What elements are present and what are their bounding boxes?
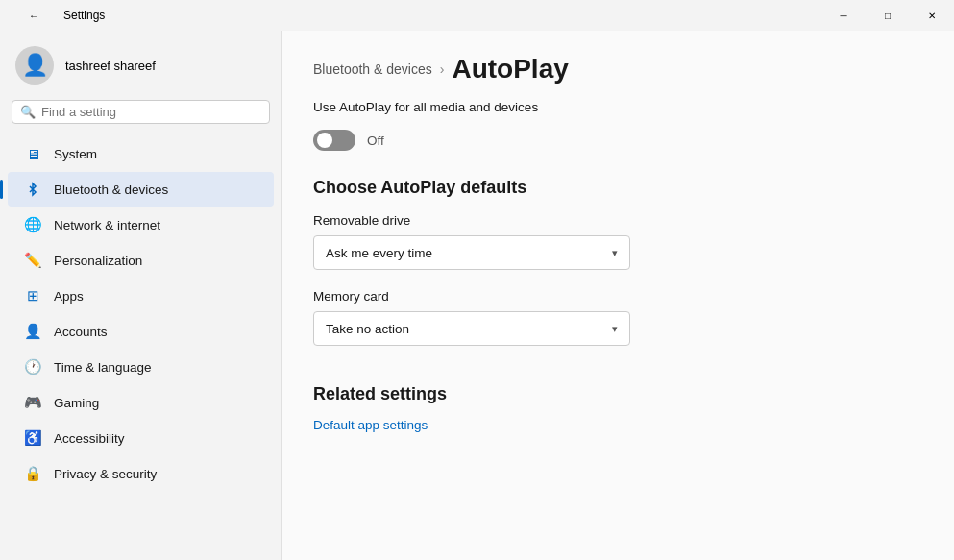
default-app-settings-link[interactable]: Default app settings (313, 418, 428, 432)
removable-drive-section: Removable drive Ask me every time ▾ (313, 213, 923, 270)
apps-icon: ⊞ (23, 286, 42, 305)
sidebar-item-label: System (54, 147, 97, 161)
nav-list: 🖥 System Bluetooth & devices 🌐 Network &… (0, 132, 281, 496)
accounts-icon: 👤 (23, 322, 42, 341)
autoplay-toggle-row: Use AutoPlay for all media and devices (313, 100, 923, 114)
username: tashreef shareef (65, 59, 156, 73)
system-icon: 🖥 (23, 144, 42, 163)
sidebar: 👤 tashreef shareef 🔍 🖥 System (0, 31, 282, 560)
titlebar-left: ← Settings (12, 0, 105, 31)
time-icon: 🕐 (23, 357, 42, 377)
page-title: AutoPlay (452, 54, 568, 85)
window-controls: ─ □ ✕ (821, 0, 954, 31)
maximize-icon: □ (885, 11, 891, 21)
sidebar-item-accessibility[interactable]: ♿ Accessibility (8, 421, 274, 455)
removable-drive-dropdown[interactable]: Ask me every time ▾ (313, 235, 630, 270)
sidebar-item-label: Accessibility (54, 431, 125, 446)
autoplay-defaults-section: Choose AutoPlay defaults (313, 178, 923, 198)
memory-card-dropdown[interactable]: Take no action ▾ (313, 311, 630, 346)
sidebar-item-gaming[interactable]: 🎮 Gaming (8, 385, 274, 420)
sidebar-item-apps[interactable]: ⊞ Apps (8, 279, 274, 313)
network-icon: 🌐 (23, 215, 42, 234)
sidebar-item-label: Privacy & security (54, 467, 157, 481)
sidebar-item-label: Bluetooth & devices (54, 183, 168, 197)
autoplay-toggle[interactable] (313, 130, 355, 151)
avatar-icon: 👤 (22, 53, 48, 78)
search-input[interactable] (41, 105, 261, 119)
sidebar-item-time[interactable]: 🕐 Time & language (8, 350, 274, 384)
user-section[interactable]: 👤 tashreef shareef (0, 31, 281, 96)
breadcrumb: Bluetooth & devices › AutoPlay (313, 54, 923, 85)
memory-card-value: Take no action (326, 322, 409, 336)
personalization-icon: ✏️ (23, 251, 42, 270)
app-title: Settings (63, 9, 105, 22)
bluetooth-icon (23, 180, 42, 199)
toggle-thumb (317, 133, 332, 148)
avatar: 👤 (15, 46, 54, 85)
memory-card-chevron-icon: ▾ (612, 323, 618, 335)
memory-card-label: Memory card (313, 289, 923, 304)
gaming-icon: 🎮 (23, 393, 42, 412)
removable-drive-value: Ask me every time (326, 246, 432, 260)
maximize-button[interactable]: □ (866, 0, 910, 31)
memory-card-section: Memory card Take no action ▾ (313, 289, 923, 346)
close-icon: ✕ (928, 11, 936, 21)
app-body: 👤 tashreef shareef 🔍 🖥 System (0, 31, 954, 560)
content-area: Bluetooth & devices › AutoPlay Use AutoP… (282, 31, 954, 560)
sidebar-item-label: Time & language (54, 360, 152, 375)
minimize-button[interactable]: ─ (821, 0, 866, 31)
sidebar-item-privacy[interactable]: 🔒 Privacy & security (8, 456, 274, 491)
related-settings-title: Related settings (313, 384, 923, 404)
minimize-icon: ─ (840, 11, 846, 21)
sidebar-item-label: Gaming (54, 396, 99, 410)
section-title: Choose AutoPlay defaults (313, 178, 526, 197)
autoplay-toggle-label: Use AutoPlay for all media and devices (313, 100, 538, 114)
sidebar-item-accounts[interactable]: 👤 Accounts (8, 314, 274, 349)
back-button[interactable]: ← (12, 0, 56, 31)
sidebar-item-system[interactable]: 🖥 System (8, 136, 274, 171)
sidebar-item-label: Apps (54, 289, 84, 304)
sidebar-item-label: Personalization (54, 254, 142, 268)
search-icon: 🔍 (20, 105, 36, 119)
sidebar-item-label: Accounts (54, 325, 108, 339)
privacy-icon: 🔒 (23, 464, 42, 483)
breadcrumb-parent[interactable]: Bluetooth & devices (313, 61, 432, 77)
accessibility-icon: ♿ (23, 428, 42, 448)
titlebar: ← Settings ─ □ ✕ (0, 0, 954, 31)
sidebar-item-network[interactable]: 🌐 Network & internet (8, 207, 274, 242)
sidebar-item-personalization[interactable]: ✏️ Personalization (8, 243, 274, 278)
autoplay-toggle-control: Off (313, 130, 923, 151)
sidebar-item-bluetooth[interactable]: Bluetooth & devices (8, 172, 274, 207)
search-box[interactable]: 🔍 (12, 100, 270, 124)
autoplay-toggle-status: Off (367, 134, 384, 148)
sidebar-item-label: Network & internet (54, 218, 160, 232)
removable-drive-chevron-icon: ▾ (612, 247, 618, 259)
related-settings-section: Related settings Default app settings (313, 384, 923, 433)
close-button[interactable]: ✕ (910, 0, 954, 31)
back-icon: ← (29, 11, 38, 21)
breadcrumb-separator: › (440, 61, 445, 77)
removable-drive-label: Removable drive (313, 213, 923, 228)
